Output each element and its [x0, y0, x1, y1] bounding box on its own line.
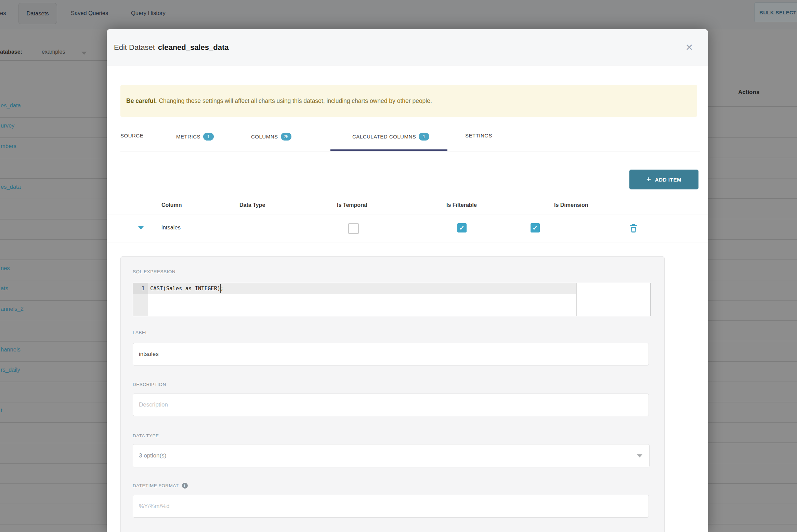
info-icon: i: [182, 483, 188, 489]
database-filter-value: examples: [42, 49, 65, 55]
nav-tab-query-history: Query History: [131, 10, 166, 16]
close-icon[interactable]: ✕: [677, 29, 701, 66]
datetime-format-field-label: DATETIME FORMAT i: [133, 483, 188, 489]
editor-code-line: CAST(Sales as INTEGER);: [150, 283, 224, 294]
editor-cursor: [220, 284, 221, 293]
dataset-table-rows: es_data urvey mbers es_data nes ats anne…: [0, 97, 107, 532]
dataset-link: hannels: [1, 346, 21, 353]
dataset-link: mbers: [1, 143, 16, 149]
dataset-link: es_data: [1, 184, 21, 190]
is-filterable-checkbox[interactable]: ✓: [457, 223, 467, 232]
tab-source[interactable]: SOURCE: [120, 133, 143, 138]
columns-count-badge: 25: [281, 133, 291, 141]
warning-banner: Be careful.Changing these settings will …: [120, 85, 697, 117]
divider: [0, 60, 107, 61]
background-dataset-list-right: Actions: [708, 29, 797, 532]
column-header-is-dimension: Is Dimension: [554, 202, 588, 208]
calculated-columns-count-badge: 1: [419, 133, 429, 141]
modal-header: Edit Dataset cleaned_sales_data ✕: [107, 29, 708, 66]
dataset-table-rows: [708, 118, 797, 532]
column-header-data-type: Data Type: [239, 202, 265, 208]
dataset-link: rs_daily: [1, 367, 20, 373]
calculated-column-detail-panel: SQL EXPRESSION 1 CAST(Sales as INTEGER);…: [120, 256, 665, 532]
warning-banner-text: Be careful.Changing these settings will …: [126, 97, 432, 105]
data-type-select[interactable]: 3 option(s): [133, 444, 650, 467]
plus-icon: +: [646, 175, 651, 184]
column-header-is-temporal: Is Temporal: [337, 202, 367, 208]
column-header-column: Column: [161, 202, 182, 208]
dataset-link: annels_2: [1, 306, 24, 312]
sql-expression-label: SQL EXPRESSION: [133, 269, 175, 274]
description-input[interactable]: [133, 394, 649, 416]
nav-tab-datasets: Datasets: [18, 3, 57, 24]
sql-expression-editor[interactable]: 1 CAST(Sales as INTEGER);: [133, 283, 651, 316]
row-expand-caret-icon[interactable]: [138, 226, 144, 229]
divider: [107, 242, 708, 242]
editor-print-margin-line: [576, 283, 577, 316]
tab-columns[interactable]: COLUMNS 25: [251, 133, 291, 141]
select-caret-icon: [637, 454, 642, 457]
divider: [708, 106, 797, 107]
is-dimension-checkbox[interactable]: ✓: [531, 223, 540, 232]
tab-calculated-columns[interactable]: CALCULATED COLUMNS 1: [352, 133, 429, 141]
is-temporal-checkbox[interactable]: [348, 223, 359, 234]
dataset-link: ats: [1, 285, 8, 292]
tabs-bottom-border: [120, 151, 700, 151]
datetime-format-input[interactable]: [133, 495, 649, 518]
nav-tab-fragment: es: [0, 10, 6, 16]
column-header-is-filterable: Is Filterable: [446, 202, 477, 208]
calculated-column-name: intsales: [161, 224, 181, 231]
actions-column-header: Actions: [738, 89, 759, 96]
divider: [107, 214, 708, 214]
modal-title: Edit Dataset cleaned_sales_data: [114, 29, 229, 66]
data-type-field-label: DATA TYPE: [133, 433, 159, 438]
editor-line-number: 1: [133, 283, 145, 294]
nav-tab-datasets-label: Datasets: [26, 10, 49, 17]
bulk-select-label: BULK SELECT: [759, 10, 796, 15]
nav-tab-saved-queries: Saved Queries: [71, 10, 108, 16]
data-type-select-value: 3 option(s): [139, 452, 166, 459]
top-navigation-bar: es Datasets Saved Queries Query History …: [0, 0, 797, 29]
bulk-select-button: BULK SELECT: [754, 2, 797, 22]
delete-row-trash-icon[interactable]: [630, 224, 637, 232]
dataset-link: t: [1, 407, 2, 414]
dataset-link: nes: [1, 265, 10, 271]
description-field-label: DESCRIPTION: [133, 382, 166, 387]
label-input[interactable]: [133, 343, 649, 365]
active-tab-indicator: [330, 149, 447, 151]
tab-metrics[interactable]: METRICS 1: [176, 133, 214, 141]
page: es Datasets Saved Queries Query History …: [0, 0, 797, 532]
background-dataset-list-left: atabase: examples es_data urvey mbers es…: [0, 29, 107, 532]
database-filter-label: atabase:: [0, 49, 22, 55]
edit-dataset-modal: Edit Dataset cleaned_sales_data ✕ Be car…: [107, 29, 708, 532]
tab-settings[interactable]: SETTINGS: [465, 133, 492, 138]
database-filter-caret-icon: [81, 52, 87, 55]
label-field-label: LABEL: [133, 330, 148, 335]
modal-title-prefix: Edit Dataset: [114, 43, 155, 52]
dataset-link: es_data: [1, 102, 21, 109]
dataset-link: urvey: [1, 122, 14, 129]
warning-banner-bold: Be careful.: [126, 97, 157, 104]
metrics-count-badge: 1: [203, 133, 214, 141]
add-item-button[interactable]: + ADD ITEM: [629, 170, 698, 189]
modal-title-dataset-name: cleaned_sales_data: [158, 43, 229, 52]
